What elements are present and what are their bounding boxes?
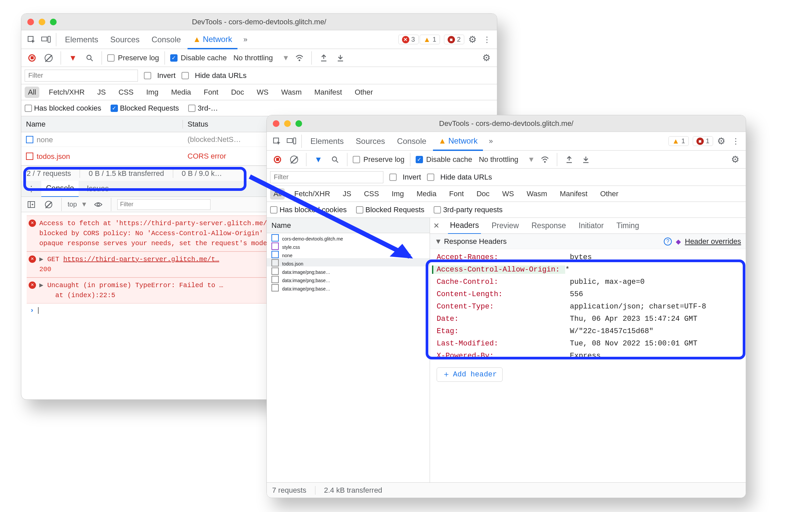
- throttling-select[interactable]: No throttling: [479, 155, 519, 164]
- chip-wasm[interactable]: Wasm: [523, 188, 551, 200]
- pt-headers[interactable]: Headers: [448, 218, 481, 234]
- chip-ws[interactable]: WS: [254, 87, 272, 98]
- throttling-chevron-icon[interactable]: ▼: [282, 54, 289, 62]
- network-conditions-icon[interactable]: [293, 51, 306, 65]
- kebab-icon[interactable]: ⋮: [480, 33, 494, 46]
- chip-fetch[interactable]: Fetch/XHR: [45, 87, 88, 98]
- console-filter-input[interactable]: [117, 199, 210, 210]
- hide-data-urls-checkbox[interactable]: [181, 72, 189, 79]
- blocked-cookies-checkbox[interactable]: [25, 105, 32, 112]
- header-overrides-link[interactable]: Header overrides: [685, 237, 741, 246]
- drawer-kebab-icon[interactable]: ⋮: [25, 182, 38, 196]
- invert-checkbox[interactable]: [389, 174, 397, 181]
- col-name[interactable]: Name: [21, 120, 183, 129]
- close-icon[interactable]: [27, 19, 34, 25]
- filter-input[interactable]: [270, 171, 383, 183]
- tab-elements[interactable]: Elements: [305, 133, 349, 150]
- maximize-icon[interactable]: [295, 120, 302, 127]
- minimize-icon[interactable]: [39, 19, 45, 25]
- record-icon[interactable]: [271, 153, 284, 166]
- preserve-log-checkbox[interactable]: [353, 156, 360, 163]
- chip-other[interactable]: Other: [351, 87, 376, 98]
- chip-doc[interactable]: Doc: [473, 188, 493, 200]
- blocked-requests-checkbox[interactable]: [356, 206, 364, 214]
- download-icon[interactable]: [334, 51, 347, 65]
- add-header-button[interactable]: ＋Add header: [437, 367, 502, 382]
- issues-badge[interactable]: ■1: [693, 136, 713, 146]
- tab-console[interactable]: Console: [392, 133, 432, 150]
- request-row[interactable]: todos.json: [267, 258, 430, 266]
- search-icon[interactable]: [83, 51, 96, 65]
- device-icon[interactable]: [39, 33, 53, 46]
- errors-badge[interactable]: ✕3: [398, 35, 419, 44]
- pt-preview[interactable]: Preview: [490, 218, 521, 233]
- filter-icon[interactable]: ▼: [66, 51, 80, 65]
- col-name[interactable]: Name: [271, 221, 291, 230]
- network-settings-icon[interactable]: ⚙: [728, 153, 742, 166]
- chip-img[interactable]: Img: [143, 87, 162, 98]
- tab-elements[interactable]: Elements: [60, 31, 104, 48]
- filter-input[interactable]: [25, 69, 138, 82]
- blocked-cookies-checkbox[interactable]: [270, 206, 278, 214]
- close-icon[interactable]: [273, 120, 280, 127]
- tab-sources[interactable]: Sources: [350, 133, 390, 150]
- upload-icon[interactable]: [562, 153, 576, 166]
- disable-cache-checkbox[interactable]: [416, 156, 423, 163]
- inspect-icon[interactable]: [25, 33, 38, 46]
- context-select[interactable]: top: [68, 201, 77, 208]
- chip-wasm[interactable]: Wasm: [278, 87, 305, 98]
- chip-img[interactable]: Img: [388, 188, 407, 200]
- drawer-tab-issues[interactable]: Issues: [82, 181, 113, 197]
- chip-font[interactable]: Font: [201, 87, 222, 98]
- pt-timing[interactable]: Timing: [614, 218, 641, 233]
- chip-manifest[interactable]: Manifest: [556, 188, 591, 200]
- chip-js[interactable]: JS: [94, 87, 109, 98]
- chip-css[interactable]: CSS: [115, 87, 137, 98]
- third-party-checkbox[interactable]: [434, 206, 441, 214]
- drawer-tab-console[interactable]: Console: [41, 180, 79, 197]
- request-row[interactable]: data:image/png;base…: [267, 283, 430, 291]
- request-row[interactable]: none: [267, 250, 430, 258]
- console-clear-icon[interactable]: [42, 198, 55, 211]
- chip-font[interactable]: Font: [446, 188, 467, 200]
- throttling-select[interactable]: No throttling: [233, 54, 273, 62]
- warnings-badge[interactable]: ▲1: [419, 35, 440, 44]
- pt-initiator[interactable]: Initiator: [577, 218, 606, 233]
- tab-network[interactable]: ▲Network: [187, 31, 237, 49]
- response-headers-section[interactable]: ▼ Response Headers ? ◆ Header overrides: [430, 234, 746, 249]
- request-row[interactable]: style.css: [267, 241, 430, 250]
- chip-manifest[interactable]: Manifest: [311, 87, 345, 98]
- chip-media[interactable]: Media: [413, 188, 440, 200]
- request-row[interactable]: data:image/png;base…: [267, 275, 430, 283]
- help-icon[interactable]: ?: [664, 237, 672, 246]
- chip-media[interactable]: Media: [168, 87, 195, 98]
- invert-checkbox[interactable]: [144, 72, 151, 79]
- settings-icon[interactable]: ⚙: [466, 33, 479, 46]
- console-sidebar-icon[interactable]: [25, 198, 38, 211]
- chip-all[interactable]: All: [25, 87, 39, 98]
- blocked-requests-checkbox[interactable]: [111, 105, 118, 112]
- tab-network[interactable]: ▲Network: [433, 132, 483, 151]
- throttling-chevron-icon[interactable]: ▼: [528, 155, 535, 164]
- chip-fetch[interactable]: Fetch/XHR: [291, 188, 334, 200]
- network-conditions-icon[interactable]: [538, 153, 552, 166]
- clear-icon[interactable]: [287, 153, 301, 166]
- kebab-icon[interactable]: ⋮: [729, 135, 743, 148]
- chip-all[interactable]: All: [270, 188, 285, 200]
- chip-other[interactable]: Other: [597, 188, 622, 200]
- upload-icon[interactable]: [317, 51, 330, 65]
- network-settings-icon[interactable]: ⚙: [480, 51, 493, 65]
- settings-icon[interactable]: ⚙: [715, 135, 728, 148]
- request-row[interactable]: cors-demo-devtools.glitch.me: [267, 233, 430, 241]
- record-icon[interactable]: [25, 51, 39, 65]
- disable-cache-checkbox[interactable]: [170, 54, 177, 62]
- more-tabs-icon[interactable]: »: [239, 33, 252, 46]
- hide-data-urls-checkbox[interactable]: [427, 174, 434, 181]
- chip-doc[interactable]: Doc: [228, 87, 248, 98]
- chip-css[interactable]: CSS: [361, 188, 382, 200]
- request-link[interactable]: https://third-party-server.glitch.me/t…: [63, 256, 219, 263]
- warnings-badge[interactable]: ▲1: [668, 136, 689, 146]
- search-icon[interactable]: [328, 153, 342, 166]
- issues-badge[interactable]: ■2: [444, 35, 464, 44]
- pt-response[interactable]: Response: [529, 218, 568, 233]
